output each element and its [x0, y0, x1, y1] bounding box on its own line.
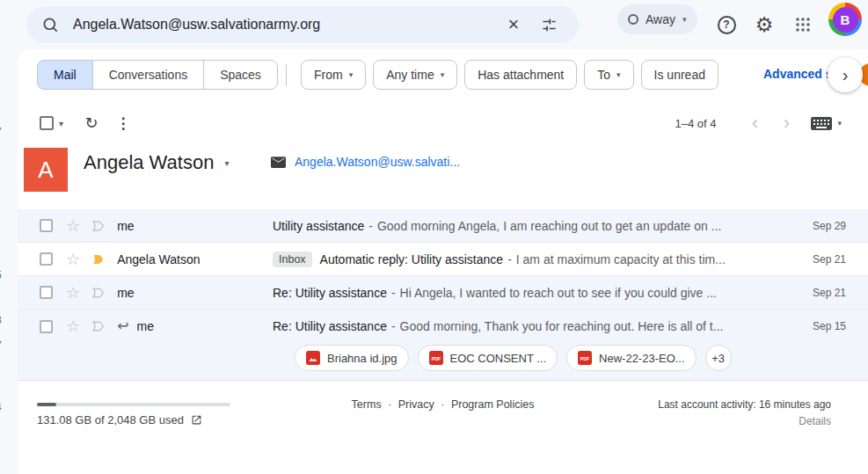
status-circle-icon	[628, 14, 638, 25]
attachment-chips: Briahna id.jpg PDF EOC CONSENT ... PDF N…	[18, 343, 868, 380]
chip-label: Any time	[386, 68, 434, 82]
storage-used-text: 131.08 GB of 2,048 GB used	[37, 413, 184, 427]
search-query[interactable]: Angela.Watson@usw.salvationarmy.org	[73, 17, 500, 33]
older-page-button[interactable]: ›	[770, 112, 802, 135]
refresh-icon: ↻	[84, 113, 98, 133]
status-selector[interactable]: Away ▾	[617, 4, 697, 34]
select-all-checkbox[interactable]	[40, 116, 54, 130]
thread-subject: Automatic reply: Utility assistance	[320, 252, 504, 266]
chevron-down-icon: ▾	[441, 70, 445, 79]
last-account-activity: Last account activity: 16 minutes ago	[658, 398, 831, 411]
thread-subject: Utility assistance	[273, 219, 364, 233]
attachment-name: New-22-23-EO...	[599, 352, 685, 365]
sender-name-dropdown[interactable]: Angela Watson ▾	[84, 151, 229, 174]
thread-subject: Re: Utility assistance	[273, 286, 387, 300]
tab-spaces[interactable]: Spaces	[203, 60, 278, 90]
importance-marker-icon[interactable]	[91, 252, 106, 267]
attachment-chip[interactable]: PDF New-22-23-EO...	[566, 345, 697, 371]
attachment-chip[interactable]: PDF EOC CONSENT ...	[418, 345, 558, 371]
chevron-down-icon: ▾	[837, 119, 842, 128]
details-link[interactable]: Details	[799, 415, 831, 427]
program-policies-link[interactable]: Program Policies	[451, 398, 534, 411]
row-checkbox[interactable]	[40, 286, 53, 299]
privacy-link[interactable]: Privacy	[398, 398, 434, 411]
avatar-letter: B	[833, 7, 858, 33]
terms-link[interactable]: Terms	[352, 398, 382, 411]
tab-conversations[interactable]: Conversations	[92, 60, 205, 90]
star-icon[interactable]: ☆	[66, 252, 80, 267]
more-vert-icon: ⋮	[116, 114, 131, 133]
star-icon[interactable]: ☆	[66, 218, 80, 234]
tune-icon	[541, 17, 558, 33]
chip-label: Is unread	[654, 68, 705, 82]
search-bar[interactable]: Angela.Watson@usw.salvationarmy.org ×	[26, 6, 579, 43]
link-separator: ·	[441, 398, 444, 411]
settings-button[interactable]: ⚙	[747, 7, 782, 42]
thread-date: Sep 21	[798, 253, 868, 266]
attachment-name: EOC CONSENT ...	[450, 352, 547, 365]
importance-marker-icon[interactable]	[91, 285, 106, 301]
attachment-name: Briahna id.jpg	[327, 352, 398, 365]
help-button[interactable]: ?	[709, 7, 744, 42]
sidebar-count-clipped: 3	[0, 314, 8, 326]
input-tools-button[interactable]: ▾	[811, 117, 842, 130]
filter-chip-is-unread[interactable]: Is unread	[641, 60, 718, 90]
sidebar-count-clipped: 4	[0, 401, 8, 413]
divider	[286, 64, 287, 86]
tab-mail[interactable]: Mail	[37, 60, 93, 90]
envelope-icon	[271, 157, 286, 168]
row-checkbox[interactable]	[40, 320, 53, 333]
svg-text:PDF: PDF	[431, 356, 441, 361]
thread-list: ☆ me Utility assistance - Good morning A…	[18, 209, 868, 381]
filter-chip-from[interactable]: From ▾	[301, 60, 366, 90]
search-options-button[interactable]	[535, 11, 563, 39]
importance-marker-icon[interactable]	[91, 318, 106, 334]
google-apps-button[interactable]	[785, 7, 821, 42]
list-toolbar: ▾ ↻ ⋮ 1–4 of 4 ‹ › ▾	[18, 102, 868, 144]
sender-avatar[interactable]: A	[24, 148, 68, 192]
link-separator: ·	[388, 398, 391, 411]
thread-sender: me	[117, 286, 134, 300]
chevron-right-icon: ›	[842, 65, 849, 85]
select-dropdown-icon[interactable]: ▾	[59, 119, 63, 128]
thread-sender: Angela Watson	[117, 252, 200, 266]
open-in-new-icon[interactable]	[191, 414, 202, 426]
star-icon[interactable]: ☆	[66, 318, 80, 334]
chips-scroll-right-button[interactable]: ›	[828, 57, 863, 92]
table-row[interactable]: ☆ me Utility assistance - Good morning A…	[18, 209, 868, 243]
table-row[interactable]: ☆ me Re: Utility assistance - Hi Angela,…	[18, 276, 868, 310]
chip-label: From	[314, 68, 343, 82]
newer-page-button[interactable]: ‹	[739, 112, 770, 135]
table-row[interactable]: ☆ ↩ me Re: Utility assistance - Good mor…	[18, 310, 868, 381]
account-avatar[interactable]: B	[828, 3, 862, 36]
chevron-down-icon: ▾	[224, 158, 229, 168]
filter-chip-any-time[interactable]: Any time ▾	[373, 60, 457, 90]
chevron-right-icon: ›	[784, 112, 790, 134]
row-checkbox[interactable]	[40, 219, 53, 232]
thread-date: Sep 21	[798, 287, 868, 299]
more-options-button[interactable]: ⋮	[107, 107, 139, 139]
refresh-button[interactable]: ↻	[76, 107, 107, 139]
attachment-chip[interactable]: Briahna id.jpg	[295, 345, 409, 371]
chevron-down-icon: ▾	[349, 70, 354, 79]
clear-search-button[interactable]: ×	[500, 11, 528, 39]
sidebar-count-clipped: 7	[0, 126, 8, 138]
pdf-file-icon: PDF	[578, 351, 592, 365]
keyboard-icon	[811, 117, 832, 130]
filter-chip-has-attachment[interactable]: Has attachment	[464, 60, 577, 90]
filter-chip-to[interactable]: To ▾	[584, 60, 633, 90]
gear-icon: ⚙	[755, 13, 774, 37]
more-attachments-chip[interactable]: +3	[705, 345, 732, 371]
table-row[interactable]: ☆ Angela Watson Inbox Automatic reply: U…	[18, 243, 868, 276]
inbox-label-badge: Inbox	[273, 252, 312, 267]
thread-snippet: Hi Angela, I wanted to reach out to see …	[400, 286, 717, 300]
pagination-range: 1–4 of 4	[675, 117, 716, 130]
sidebar-count-clipped: 7	[0, 339, 8, 352]
row-checkbox[interactable]	[40, 252, 53, 266]
sender-initial: A	[38, 157, 53, 184]
thread-sender: me	[137, 319, 154, 333]
importance-marker-icon[interactable]	[91, 218, 106, 234]
star-icon[interactable]: ☆	[66, 285, 80, 301]
sidebar-count-clipped: 5	[0, 269, 8, 281]
sender-email-link[interactable]: Angela.Watson@usw.salvati...	[295, 155, 460, 169]
